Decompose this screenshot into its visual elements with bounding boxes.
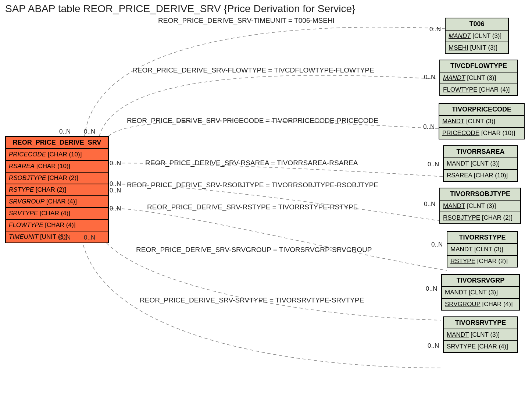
entity-tivorpricecode: TIVORPRICECODE MANDT [CLNT (3)] PRICECOD… bbox=[439, 103, 525, 139]
entity-tivorrsobjtype: TIVORRSOBJTYPE MANDT [CLNT (3)] RSOBJTYP… bbox=[439, 188, 521, 224]
entity-header: TIVORSRVGRP bbox=[442, 275, 519, 287]
cardinality: 0..N bbox=[426, 285, 437, 293]
relation-label: REOR_PRICE_DERIVE_SRV-RSOBJTYPE = TIVORR… bbox=[127, 181, 378, 189]
cardinality: 0..N bbox=[110, 180, 121, 188]
cardinality: 0..N bbox=[59, 128, 71, 135]
field-row: MANDT [CLNT (3)] bbox=[439, 116, 524, 128]
cardinality: 0..N bbox=[424, 74, 435, 81]
cardinality: 0..N bbox=[423, 123, 435, 131]
field-row: PRICECODE [CHAR (10)] bbox=[439, 128, 524, 139]
field-row: SRVGROUP [CHAR (4)] bbox=[442, 299, 519, 310]
entity-t006: T006 MANDT [CLNT (3)] MSEHI [UNIT (3)] bbox=[445, 18, 509, 54]
cardinality: 0..N bbox=[424, 201, 435, 208]
field-row: FLOWTYPE [CHAR (4)] bbox=[6, 220, 108, 231]
field-row: MANDT [CLNT (3)] bbox=[447, 244, 517, 256]
entity-main: REOR_PRICE_DERIVE_SRV PRICECODE [CHAR (1… bbox=[5, 136, 109, 243]
cardinality: 0..N bbox=[59, 234, 71, 241]
cardinality: 0..N bbox=[84, 128, 95, 135]
field-row: RSAREA [CHAR (10)] bbox=[444, 170, 517, 181]
field-row: MANDT [CLNT (3)] bbox=[446, 31, 508, 42]
field-row: MSEHI [UNIT (3)] bbox=[446, 42, 508, 53]
cardinality: 0..N bbox=[110, 160, 121, 167]
field-row: FLOWTYPE [CHAR (4)] bbox=[440, 84, 517, 95]
field-row: MANDT [CLNT (3)] bbox=[440, 72, 517, 84]
entity-header: TIVORPRICECODE bbox=[439, 104, 524, 116]
field-row: PRICECODE [CHAR (10)] bbox=[6, 149, 108, 161]
cardinality: 0..N bbox=[110, 187, 121, 194]
page-title: SAP ABAP table REOR_PRICE_DERIVE_SRV {Pr… bbox=[5, 3, 355, 15]
cardinality: 0..N bbox=[84, 234, 95, 241]
cardinality: 0..N bbox=[428, 342, 439, 350]
field-row: SRVTYPE [CHAR (4)] bbox=[444, 341, 517, 352]
field-row: RSAREA [CHAR (10)] bbox=[6, 161, 108, 173]
relation-label: REOR_PRICE_DERIVE_SRV-SRVTYPE = TIVORSRV… bbox=[140, 296, 364, 304]
entity-main-header: REOR_PRICE_DERIVE_SRV bbox=[6, 137, 108, 149]
field-row: RSOBJTYPE [CHAR (2)] bbox=[6, 173, 108, 184]
entity-header: TIVORRSOBJTYPE bbox=[440, 188, 520, 201]
field-row: MANDT [CLNT (3)] bbox=[444, 158, 517, 170]
entity-header: TIVORRSAREA bbox=[444, 146, 517, 158]
field-row: SRVTYPE [CHAR (4)] bbox=[6, 208, 108, 220]
field-row: RSOBJTYPE [CHAR (2)] bbox=[440, 212, 520, 223]
entity-tivorrstype: TIVORRSTYPE MANDT [CLNT (3)] RSTYPE [CHA… bbox=[447, 231, 518, 268]
field-row: RSTYPE [CHAR (2)] bbox=[6, 184, 108, 196]
field-row: SRVGROUP [CHAR (4)] bbox=[6, 196, 108, 208]
entity-tivorrsarea: TIVORRSAREA MANDT [CLNT (3)] RSAREA [CHA… bbox=[443, 145, 518, 182]
cardinality: 0..N bbox=[431, 241, 443, 248]
field-row: RSTYPE [CHAR (2)] bbox=[447, 256, 517, 267]
field-row: MANDT [CLNT (3)] bbox=[442, 287, 519, 299]
entity-header: TIVCDFLOWTYPE bbox=[440, 60, 517, 72]
cardinality: 0..N bbox=[429, 26, 441, 33]
relation-label: REOR_PRICE_DERIVE_SRV-TIMEUNIT = T006-MS… bbox=[158, 17, 335, 25]
relation-label: REOR_PRICE_DERIVE_SRV-FLOWTYPE = TIVCDFL… bbox=[132, 66, 374, 74]
entity-tivcdflowtype: TIVCDFLOWTYPE MANDT [CLNT (3)] FLOWTYPE … bbox=[439, 60, 518, 96]
relation-label: REOR_PRICE_DERIVE_SRV-PRICECODE = TIVORP… bbox=[127, 117, 378, 125]
entity-tivorsrvtype: TIVORSRVTYPE MANDT [CLNT (3)] SRVTYPE [C… bbox=[443, 316, 518, 353]
entity-header: TIVORRSTYPE bbox=[447, 232, 517, 244]
field-row: MANDT [CLNT (3)] bbox=[440, 201, 520, 212]
entity-tivorsrvgrp: TIVORSRVGRP MANDT [CLNT (3)] SRVGROUP [C… bbox=[441, 274, 520, 311]
entity-header: TIVORSRVTYPE bbox=[444, 317, 517, 329]
relation-label: REOR_PRICE_DERIVE_SRV-SRVGROUP = TIVORSR… bbox=[136, 246, 372, 254]
relation-label: REOR_PRICE_DERIVE_SRV-RSTYPE = TIVORRSTY… bbox=[147, 203, 358, 211]
cardinality: 0..N bbox=[428, 161, 439, 168]
relation-label: REOR_PRICE_DERIVE_SRV-RSAREA = TIVORRSAR… bbox=[145, 159, 358, 167]
entity-header: T006 bbox=[446, 18, 508, 31]
cardinality: 0..N bbox=[110, 205, 121, 212]
field-row: MANDT [CLNT (3)] bbox=[444, 329, 517, 341]
